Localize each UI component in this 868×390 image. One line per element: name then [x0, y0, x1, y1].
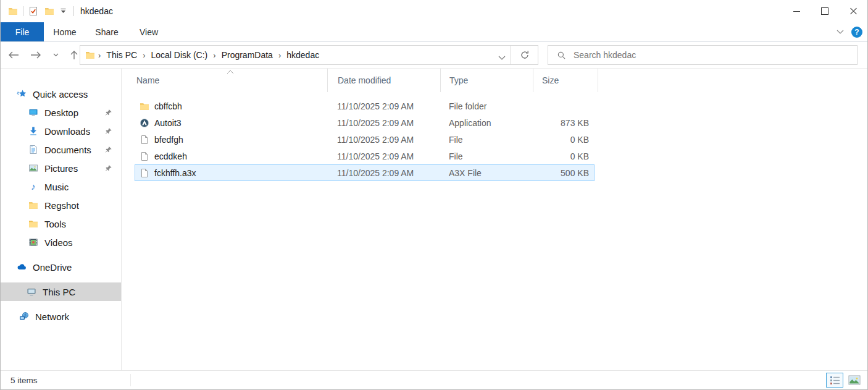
column-header-size[interactable]: Size — [533, 69, 598, 92]
close-button[interactable] — [839, 0, 867, 22]
arrow-right-icon — [30, 51, 41, 59]
file-type: File — [441, 135, 533, 145]
arrow-left-icon — [8, 51, 19, 59]
sidebar-item-tools[interactable]: Tools — [1, 214, 121, 233]
onedrive-cloud-icon — [17, 262, 27, 272]
breadcrumb-programdata[interactable]: ProgramData — [219, 49, 275, 61]
table-row[interactable]: bfedfgh 11/10/2025 2:09 AM File 0 KB — [135, 131, 595, 148]
breadcrumb-local-disk-c[interactable]: Local Disk (C:) — [148, 49, 210, 61]
desktop-icon — [28, 108, 38, 117]
breadcrumb-separator[interactable]: › — [140, 51, 148, 60]
sidebar-item-regshot[interactable]: Regshot — [1, 196, 121, 214]
blank-file-icon — [140, 135, 149, 145]
folder-icon — [140, 101, 149, 111]
chevron-down-icon — [53, 53, 59, 57]
tab-home[interactable]: Home — [44, 22, 86, 41]
address-dropdown-button[interactable] — [497, 51, 507, 63]
minimize-button[interactable] — [782, 0, 811, 22]
folder-icon — [85, 50, 95, 60]
details-view-icon — [830, 376, 840, 385]
help-button[interactable]: ? — [851, 27, 862, 38]
details-view-button[interactable] — [826, 373, 843, 388]
large-icons-view-button[interactable] — [846, 373, 863, 388]
search-icon — [557, 51, 566, 60]
breadcrumb-hkdedac[interactable]: hkdedac — [284, 49, 322, 61]
items-count: 5 items — [10, 376, 38, 385]
title-divider — [73, 6, 74, 16]
pin-icon — [104, 164, 112, 172]
film-strip-icon — [28, 237, 38, 247]
table-row[interactable]: Autoit3 11/10/2025 2:09 AM Application 8… — [135, 114, 595, 131]
pin-icon — [104, 109, 112, 117]
network-icon — [19, 312, 29, 321]
tab-view[interactable]: View — [128, 22, 170, 41]
refresh-icon — [520, 50, 530, 60]
refresh-button[interactable] — [511, 45, 538, 65]
customize-toolbar-icon[interactable] — [59, 7, 67, 15]
status-divider — [130, 374, 131, 386]
tab-file[interactable]: File — [1, 22, 44, 41]
address-bar[interactable]: › This PC › Local Disk (C:) › ProgramDat… — [80, 45, 511, 65]
maximize-button[interactable] — [811, 0, 839, 22]
music-note-icon: ♪ — [28, 182, 38, 192]
forward-button[interactable] — [29, 49, 43, 61]
sidebar-item-network[interactable]: Network — [1, 307, 121, 326]
new-folder-icon[interactable] — [43, 5, 56, 17]
sidebar-item-downloads[interactable]: Downloads — [1, 122, 121, 140]
document-icon — [28, 145, 38, 155]
sidebar-item-desktop[interactable]: Desktop — [1, 103, 121, 122]
properties-icon[interactable] — [27, 5, 40, 17]
search-input[interactable] — [572, 49, 857, 61]
download-arrow-icon — [28, 126, 38, 136]
breadcrumb-separator[interactable]: › — [275, 51, 284, 60]
file-type: Application — [441, 118, 533, 128]
sidebar-item-onedrive[interactable]: OneDrive — [1, 258, 121, 276]
file-name: ecddkeh — [154, 151, 187, 161]
sidebar-item-documents[interactable]: Documents — [1, 140, 121, 159]
pin-icon — [104, 146, 112, 154]
sidebar-item-videos[interactable]: Videos — [1, 233, 121, 252]
sidebar-item-this-pc[interactable]: This PC — [1, 282, 121, 301]
breadcrumb-this-pc[interactable]: This PC — [104, 49, 140, 61]
sidebar-item-quick-access[interactable]: Quick access — [1, 85, 121, 103]
up-button[interactable] — [69, 49, 80, 61]
sidebar-item-label: This PC — [43, 287, 75, 297]
table-row-selected[interactable]: fckhffh.a3x 11/10/2025 2:09 AM A3X File … — [135, 164, 595, 181]
sidebar-item-label: Music — [44, 182, 69, 192]
pin-icon — [104, 127, 112, 135]
sidebar-item-label: OneDrive — [33, 262, 72, 273]
recent-locations-button[interactable] — [52, 52, 60, 58]
search-box — [548, 45, 858, 65]
breadcrumb-separator[interactable]: › — [95, 51, 104, 60]
window-title: hkdedac — [80, 6, 113, 16]
table-row[interactable]: cbffcbh 11/10/2025 2:09 AM File folder — [135, 98, 595, 114]
back-button[interactable] — [7, 49, 20, 61]
folder-icon — [28, 200, 38, 210]
sidebar-item-label: Pictures — [44, 163, 78, 174]
file-date: 11/10/2025 2:09 AM — [328, 118, 441, 128]
file-rows: cbffcbh 11/10/2025 2:09 AM File folder A… — [135, 98, 595, 181]
title-bar: hkdedac — [1, 0, 867, 22]
table-row[interactable]: ecddkeh 11/10/2025 2:09 AM File 0 KB — [135, 148, 595, 164]
column-header-name[interactable]: Name — [122, 69, 328, 92]
sidebar-item-label: Quick access — [33, 89, 88, 100]
thumbnail-view-icon — [848, 375, 861, 385]
file-name: Autoit3 — [154, 118, 182, 128]
folder-icon[interactable] — [7, 5, 19, 17]
ribbon-tab-bar: File Home Share View ? — [1, 22, 867, 42]
column-header-date-modified[interactable]: Date modified — [328, 69, 441, 92]
sidebar-item-label: Regshot — [44, 200, 79, 211]
sidebar-item-pictures[interactable]: Pictures — [1, 159, 121, 177]
file-size: 0 KB — [533, 151, 591, 161]
column-header-type[interactable]: Type — [441, 69, 533, 92]
tab-share[interactable]: Share — [86, 22, 128, 41]
expand-ribbon-button[interactable] — [835, 28, 845, 35]
sidebar-item-music[interactable]: ♪ Music — [1, 177, 121, 196]
file-list-pane: Name Date modified Type Size cbffcbh 11/… — [122, 69, 867, 371]
blank-file-icon — [140, 151, 149, 161]
breadcrumb-separator[interactable]: › — [210, 51, 219, 60]
explorer-window: hkdedac File Home Share View ? — [0, 0, 868, 390]
toolbar-divider — [23, 6, 23, 16]
file-size: 0 KB — [533, 135, 591, 145]
computer-icon — [27, 287, 36, 297]
